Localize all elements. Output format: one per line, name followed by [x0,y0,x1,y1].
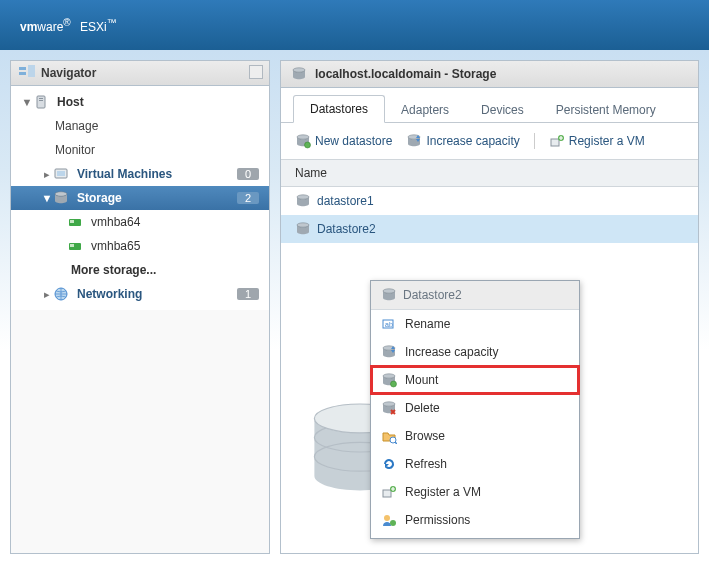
ctx-rename-label: Rename [405,317,450,331]
nav-hba2[interactable]: vmhba65 [11,234,269,258]
expand-icon: ▼ [41,192,53,204]
ctx-permissions[interactable]: Permissions [371,506,579,534]
navigator-panel: Navigator ▼ Host Manage Monitor ▸ Virtua… [10,60,270,554]
navigator-icon [19,65,35,81]
nav-monitor[interactable]: Monitor [11,138,269,162]
nav-storage[interactable]: ▼ Storage 2 [11,186,269,210]
collapse-button[interactable] [249,65,263,79]
browse-icon [381,428,397,444]
navigator-body: ▼ Host Manage Monitor ▸ Virtual Machines… [11,86,269,310]
ctx-permissions-label: Permissions [405,513,470,527]
new-datastore-icon [295,133,311,149]
expand-icon: ▸ [41,288,53,301]
register-icon [381,484,397,500]
ctx-delete[interactable]: Delete [371,394,579,422]
ctx-register-label: Register a VM [405,485,481,499]
toolbar: New datastore Increase capacity Register… [281,123,698,159]
refresh-icon [381,456,397,472]
nav-storage-label: Storage [73,191,237,205]
register-icon [549,133,565,149]
nav-hba1-label: vmhba64 [87,215,263,229]
tab-pmem[interactable]: Persistent Memory [540,97,672,123]
nav-monitor-label: Monitor [51,143,263,157]
ctx-title: Datastore2 [403,288,462,302]
ctx-register[interactable]: Register a VM [371,478,579,506]
nav-vms-label: Virtual Machines [73,167,237,181]
tool-increase-label: Increase capacity [426,134,519,148]
brand-ware: ware [37,20,63,34]
ctx-refresh[interactable]: Refresh [371,450,579,478]
grid-row-datastore2[interactable]: Datastore2 [281,215,698,243]
datastore-icon [381,287,397,303]
adapter-icon [67,238,83,254]
expand-icon: ▼ [21,96,33,108]
tab-devices[interactable]: Devices [465,97,540,123]
brand-vm: vm [20,20,37,34]
separator [534,133,535,149]
storage-icon [53,190,69,206]
ctx-increase-label: Increase capacity [405,345,498,359]
expand-icon: ▸ [41,168,53,181]
nav-hba2-label: vmhba65 [87,239,263,253]
brand-esxi: ESXi [80,20,107,34]
tool-register[interactable]: Register a VM [549,133,645,149]
main-title: localhost.localdomain - Storage [315,67,496,81]
nav-hba1[interactable]: vmhba64 [11,210,269,234]
permissions-icon [381,512,397,528]
datastore-icon [295,221,311,237]
ctx-refresh-label: Refresh [405,457,447,471]
main-header: localhost.localdomain - Storage [281,61,698,88]
grid-row2-label: Datastore2 [317,222,376,236]
mount-icon [381,372,397,388]
nav-manage-label: Manage [51,119,263,133]
vm-icon [53,166,69,182]
grid-name-header[interactable]: Name [281,159,698,187]
ctx-increase[interactable]: Increase capacity [371,338,579,366]
navigator-header: Navigator [11,61,269,86]
nav-host[interactable]: ▼ Host [11,90,269,114]
navigator-title: Navigator [41,66,96,80]
grid-row1-label: datastore1 [317,194,374,208]
ctx-mount[interactable]: Mount [371,366,579,394]
nav-more-label: More storage... [67,263,263,277]
ctx-browse-label: Browse [405,429,445,443]
top-banner: vmware® ESXi™ [0,0,709,50]
tab-adapters[interactable]: Adapters [385,97,465,123]
host-icon [33,94,49,110]
ctx-browse[interactable]: Browse [371,422,579,450]
tabs: Datastores Adapters Devices Persistent M… [281,88,698,123]
brand-reg: ® [63,17,70,28]
nav-net-badge: 1 [237,288,259,300]
datastore-icon [291,66,307,82]
ctx-header: Datastore2 [371,281,579,310]
tool-new-label: New datastore [315,134,392,148]
grid-row-datastore1[interactable]: datastore1 [281,187,698,215]
context-menu: Datastore2 Rename Increase capacity Moun… [370,280,580,539]
datastore-icon [295,193,311,209]
nav-more-storage[interactable]: More storage... [11,258,269,282]
ctx-rename[interactable]: Rename [371,310,579,338]
tab-datastores[interactable]: Datastores [293,95,385,123]
nav-storage-badge: 2 [237,192,259,204]
nav-networking-label: Networking [73,287,237,301]
nav-manage[interactable]: Manage [11,114,269,138]
tool-new-datastore[interactable]: New datastore [295,133,392,149]
delete-icon [381,400,397,416]
adapter-icon [67,214,83,230]
increase-icon [381,344,397,360]
ctx-mount-label: Mount [405,373,438,387]
brand: vmware® ESXi™ [20,17,117,34]
rename-icon [381,316,397,332]
networking-icon [53,286,69,302]
tool-increase[interactable]: Increase capacity [406,133,519,149]
nav-host-label: Host [53,95,263,109]
ctx-delete-label: Delete [405,401,440,415]
tool-register-label: Register a VM [569,134,645,148]
nav-networking[interactable]: ▸ Networking 1 [11,282,269,306]
brand-tm: ™ [107,17,117,28]
nav-vms-badge: 0 [237,168,259,180]
nav-vms[interactable]: ▸ Virtual Machines 0 [11,162,269,186]
increase-icon [406,133,422,149]
